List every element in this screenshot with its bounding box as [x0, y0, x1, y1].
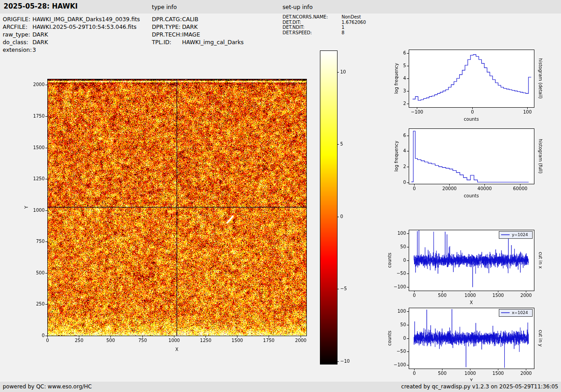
info-row-extension: extension:3 [3, 46, 140, 54]
histogram-full-plot [382, 122, 561, 203]
info-value: CALIB [182, 15, 198, 23]
info-value: DARK [32, 38, 48, 46]
info-value: DARK [32, 31, 48, 38]
footer-band: powered by QC: www.eso.org/HC created by… [0, 382, 561, 392]
info-value: HAWKI.2025-05-29T10:54:53.046.fits [32, 23, 137, 31]
info-row-dpr-tech: DPR.TECH:IMAGE [152, 31, 244, 38]
type-info-heading: type info [152, 4, 177, 10]
info-label: ORIGFILE: [3, 15, 32, 23]
histogram-detail-plot [382, 43, 561, 124]
cut-in-x-plot [382, 223, 561, 306]
info-label: extension: [3, 46, 32, 54]
info-label: raw_type: [3, 31, 32, 38]
info-value: HAWKI_IMG_DARK_Darks149_0039.fits [32, 15, 140, 23]
info-label: ARCFILE: [3, 23, 32, 31]
info-label: DPR.TYPE: [152, 23, 182, 31]
info-value: 1.6762060 [342, 20, 366, 25]
info-label: DET.NCORRS.NAME: [283, 14, 342, 20]
info-label: TPL.ID: [152, 38, 182, 46]
info-row-doclass: do_class:DARK [3, 38, 140, 46]
info-label: DET.RSPEED: [283, 30, 342, 36]
header-band: 2025-05-28: HAWKI type info set-up info [0, 0, 561, 14]
info-row-arcfile: ARCFILE:HAWKI.2025-05-29T10:54:53.046.fi… [3, 23, 140, 31]
info-value: DARK [182, 23, 198, 31]
page-title: 2025-05-28: HAWKI [4, 2, 78, 10]
info-label: DET.DIT: [283, 20, 342, 25]
info-value: HAWKI_img_cal_Darks [182, 38, 244, 46]
info-value: 3 [32, 46, 36, 54]
info-label: DPR.TECH: [152, 31, 182, 38]
dark-frame-image-plot[interactable] [16, 70, 318, 367]
info-row-origfile: ORIGFILE:HAWKI_IMG_DARK_Darks149_0039.fi… [3, 15, 140, 23]
info-value: IMAGE [182, 31, 200, 38]
info-row-rspeed: DET.RSPEED:8 [283, 30, 366, 36]
info-row-tpl-id: TPL.ID:HAWKI_img_cal_Darks [152, 38, 244, 46]
info-row-dpr-type: DPR.TYPE:DARK [152, 23, 244, 31]
footer-powered-by: powered by QC: www.eso.org/HC [3, 383, 92, 390]
colorbar [318, 47, 358, 369]
info-row-rawtype: raw_type:DARK [3, 31, 140, 38]
info-row-dit: DET.DIT:1.6762060 [283, 20, 366, 25]
type-info-block: DPR.CATG:CALIB DPR.TYPE:DARK DPR.TECH:IM… [152, 15, 244, 46]
footer-created-by: created by qc_rawdisp.py v1.2.3 on 2025-… [401, 383, 558, 390]
info-value: 1 [342, 25, 344, 30]
info-label: DET.NDIT: [283, 25, 342, 30]
setup-info-heading: set-up info [283, 4, 313, 10]
info-row-dpr-catg: DPR.CATG:CALIB [152, 15, 244, 23]
info-value: 8 [342, 30, 344, 36]
info-row-ndit: DET.NDIT:1 [283, 25, 366, 30]
cut-in-y-plot [382, 301, 561, 381]
setup-info-block: DET.NCORRS.NAME:NonDest DET.DIT:1.676206… [283, 14, 366, 35]
file-info-block: ORIGFILE:HAWKI_IMG_DARK_Darks149_0039.fi… [3, 15, 140, 54]
info-value: NonDest [342, 14, 361, 20]
info-label: DPR.CATG: [152, 15, 182, 23]
info-label: do_class: [3, 38, 32, 46]
info-row-ncorrs: DET.NCORRS.NAME:NonDest [283, 14, 366, 20]
qc-report-page: { "page": { "title": "2025-05-28: HAWKI"… [0, 0, 561, 392]
